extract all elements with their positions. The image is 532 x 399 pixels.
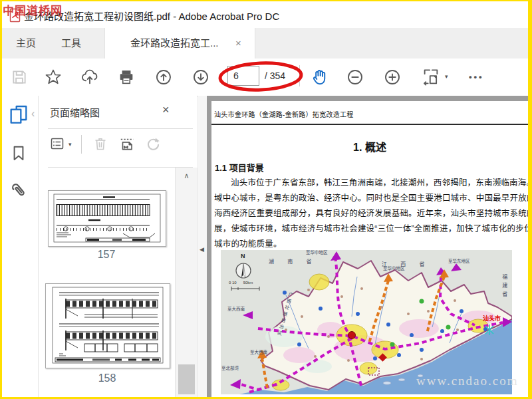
print-icon — [117, 68, 136, 86]
tab-close-icon[interactable]: × — [235, 28, 241, 59]
toolbar-overflow-button[interactable]: ••• — [469, 72, 484, 82]
panel-divider-2 — [48, 167, 193, 168]
map-label-to-southwest-upper: 至大西南 — [227, 307, 245, 311]
delete-pages-button[interactable] — [92, 134, 109, 153]
save-icon — [11, 68, 28, 86]
tab-bar: 主页 工具 金环路改造拓宽工... × — [2, 28, 528, 59]
map-label-fujian: 福建省 — [501, 274, 507, 300]
paragraph-line: 城市的功能质量。 — [214, 237, 282, 249]
zoom-out-button[interactable] — [345, 68, 365, 86]
map-label-to-huadong: 至华东地区 — [448, 259, 470, 263]
compass-north-label: N — [241, 253, 245, 260]
arrow-down-circle-icon — [192, 68, 210, 86]
chapter-title: 1. 概述 — [211, 138, 528, 154]
rotate-icon — [144, 135, 162, 152]
thumbnail-item[interactable]: 158 — [45, 283, 170, 390]
thumbnail-page-number: 158 — [45, 372, 169, 384]
paragraph-line: 海西经济区重要组成部分，具有良好的经济发展基础。近年来，汕头市坚持城市系统的可持… — [214, 206, 528, 219]
rotate-pages-button[interactable] — [144, 134, 162, 153]
tab-document-label: 金环路改造拓宽工... — [130, 28, 219, 59]
map-label-to-huazhong-top: 至华中地区 — [306, 250, 328, 255]
thumbnail-page-preview — [45, 283, 170, 368]
window-border-right — [528, 0, 532, 399]
map-label-to-southwest-lower: 至大西南 — [250, 350, 267, 354]
save-button[interactable] — [10, 68, 29, 86]
site-watermark-bottom: www.cndao.com — [416, 374, 519, 388]
fit-width-icon — [421, 67, 441, 87]
thumbnail-page-preview — [48, 190, 166, 247]
zoom-in-button[interactable] — [382, 68, 402, 86]
map-label-to-beibuwan: 至北部湾 — [221, 366, 239, 370]
cloud-upload-icon — [80, 68, 100, 86]
map-label-to-huazhong: 至华中地区 — [383, 266, 405, 271]
title-bar: 金环路改造拓宽工程初设图纸.pdf - Adobe Acrobat Pro DC — [2, 1, 528, 28]
trash-icon — [92, 135, 108, 152]
toolbar: 6 / 354 ▾ ••• — [2, 59, 528, 96]
hand-tool-icon — [311, 68, 329, 86]
document-canvas[interactable]: 汕头市金环路（金湖路-金新路）拓宽改造工程 1. 概述 1.1 项目背景 汕头市… — [207, 96, 528, 397]
thumbnail-options-button[interactable] — [48, 135, 66, 152]
hand-tool-button[interactable] — [309, 67, 331, 87]
tab-document[interactable]: 金环路改造拓宽工... × — [104, 28, 255, 59]
paragraph-line: 汕头市位于广东省东部，韩江三角洲南端，北接潮州，西邻揭阳，东南濒临南海。是粤东区 — [231, 176, 528, 188]
thumbnail-page-number: 157 — [48, 249, 165, 261]
panel-divider — [48, 128, 193, 129]
pdf-page: 汕头市金环路（金湖路-金新路）拓宽改造工程 1. 概述 1.1 项目背景 汕头市… — [211, 101, 528, 397]
paperclip-icon — [8, 180, 29, 201]
fit-width-caret-icon[interactable]: ▾ — [445, 73, 448, 80]
region-map-figure: 至华中地区 湖 南 省 江 西 省 福建省 广西壮族自治区 至华中地区 至华东地… — [221, 250, 512, 394]
site-watermark-top: 中国道桥网 — [3, 1, 63, 18]
engineering-drawing-158 — [46, 284, 170, 368]
star-icon — [44, 68, 63, 86]
running-header: 汕头市金环路（金湖路-金新路）拓宽改造工程 — [214, 109, 354, 119]
cloud-upload-button[interactable] — [79, 68, 100, 86]
panel-toolbar-separator — [81, 135, 82, 154]
scrollbar-thumb[interactable] — [178, 364, 195, 394]
plus-circle-icon — [383, 68, 402, 86]
panel-title: 页面缩略图 — [50, 105, 100, 119]
options-list-icon — [49, 136, 66, 152]
engineering-drawing-157 — [49, 191, 166, 246]
thumbnail-options-caret-icon[interactable]: ▾ — [68, 141, 72, 148]
arrow-up-circle-icon — [154, 68, 173, 86]
map-label-shantou: 汕头市 — [483, 316, 501, 323]
panel-scrollbar[interactable]: ∧ — [175, 168, 198, 397]
guangdong-map — [221, 250, 512, 394]
next-page-button[interactable] — [191, 68, 211, 86]
panel-collapse-handle[interactable]: ◀ — [198, 96, 207, 397]
paragraph-line: 域中心城市，是粤东的政治、经济中心。同时也是全国主要港口城市、中国最早开放的经济… — [214, 191, 528, 203]
navigation-icon-strip: ‹ — [2, 96, 39, 397]
header-underline — [211, 124, 528, 125]
paragraph-line: 展，使城市环境，城市经济与城市社会建设“三位一体”全面推进，加快了城市化的步伐，… — [214, 221, 528, 234]
tab-home[interactable]: 主页 — [7, 28, 45, 59]
section-title: 1.1 项目背景 — [215, 161, 264, 174]
page-thumbnails-panel-button[interactable] — [7, 102, 30, 126]
panel-close-icon[interactable]: × — [162, 103, 170, 117]
set-page-boxes-button[interactable] — [117, 134, 137, 153]
star-button[interactable] — [43, 68, 63, 86]
map-scale-label: 0 10 50km — [229, 281, 253, 285]
tab-tools[interactable]: 工具 — [53, 28, 90, 59]
bookmarks-panel-button[interactable] — [9, 142, 29, 164]
attachments-panel-button[interactable] — [7, 180, 30, 202]
thumbnails-panel: 页面缩略图 × ▾ — [39, 96, 197, 397]
map-label-hunan: 湖 南 省 — [269, 259, 317, 265]
fit-width-button[interactable] — [420, 67, 442, 87]
minus-circle-icon — [346, 68, 364, 86]
print-button[interactable] — [116, 68, 136, 86]
bookmark-icon — [9, 143, 28, 163]
active-panel-pointer: ‹ — [31, 108, 35, 120]
previous-page-button[interactable] — [154, 68, 174, 86]
crop-pages-icon — [118, 135, 136, 152]
page-thumbnails-icon — [8, 103, 29, 126]
thumbnail-item[interactable]: 157 — [48, 190, 166, 263]
collapse-arrow-icon: ◀ — [200, 246, 204, 253]
page-number-annotation — [215, 60, 306, 93]
scroll-up-arrow[interactable]: ∧ — [176, 172, 198, 180]
